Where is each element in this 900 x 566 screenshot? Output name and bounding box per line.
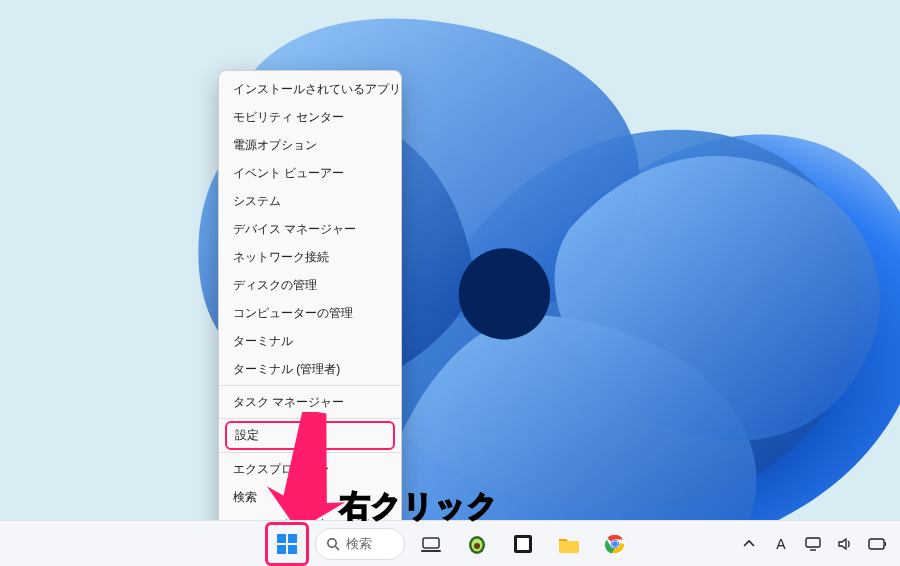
menu-label: 検索 [233, 490, 257, 504]
device-manager-item[interactable]: デバイス マネージャー [219, 215, 401, 243]
menu-label: インストールされているアプリ [233, 82, 401, 96]
chevron-up-icon [743, 538, 755, 550]
menu-label: コンピューターの管理 [233, 306, 353, 320]
network-icon[interactable] [804, 537, 822, 551]
svg-line-8 [336, 546, 340, 550]
event-viewer-item[interactable]: イベント ビューアー [219, 159, 401, 187]
search-placeholder: 検索 [346, 535, 372, 553]
svg-rect-3 [277, 534, 286, 543]
svg-point-19 [612, 541, 618, 547]
menu-label: ディスクの管理 [233, 278, 317, 292]
svg-point-13 [474, 543, 480, 549]
svg-rect-10 [421, 550, 441, 552]
pinned-app-dark[interactable] [503, 524, 543, 564]
svg-point-7 [328, 538, 336, 546]
menu-label: ターミナル [233, 334, 293, 348]
app-dark-icon [512, 533, 534, 555]
taskbar-center: 検索 [265, 522, 635, 566]
system-tray: A [740, 536, 886, 552]
windows-logo-icon [276, 533, 298, 555]
terminal-admin-item[interactable]: ターミナル (管理者) [219, 355, 401, 383]
svg-rect-4 [288, 534, 297, 543]
ime-indicator[interactable]: A [772, 536, 790, 552]
start-button[interactable] [269, 526, 305, 562]
svg-rect-9 [423, 538, 439, 548]
annotation-text: 右クリック [340, 486, 499, 527]
avocado-icon [465, 532, 489, 556]
taskbar-search[interactable]: 検索 [315, 528, 405, 560]
network-connections-item[interactable]: ネットワーク接続 [219, 243, 401, 271]
menu-label: システム [233, 194, 281, 208]
search-icon [326, 537, 340, 551]
folder-icon [557, 533, 581, 555]
menu-label: モビリティ センター [233, 110, 344, 124]
mobility-center-item[interactable]: モビリティ センター [219, 103, 401, 131]
menu-label: 設定 [235, 428, 259, 442]
system-item[interactable]: システム [219, 187, 401, 215]
taskview-button[interactable] [411, 524, 451, 564]
menu-label: イベント ビューアー [233, 166, 344, 180]
power-options-item[interactable]: 電源オプション [219, 131, 401, 159]
svg-rect-15 [517, 538, 529, 550]
tray-overflow-button[interactable] [740, 538, 758, 550]
chrome-button[interactable] [595, 524, 635, 564]
pinned-app-avocado[interactable] [457, 524, 497, 564]
menu-label: ネットワーク接続 [233, 250, 329, 264]
wallpaper-bloom [0, 0, 900, 566]
menu-label: デバイス マネージャー [233, 222, 356, 236]
menu-divider [219, 385, 401, 386]
menu-label: ターミナル (管理者) [233, 362, 340, 376]
taskview-icon [420, 533, 442, 555]
menu-label: タスク マネージャー [233, 395, 344, 409]
speaker-icon [837, 537, 853, 551]
computer-management-item[interactable]: コンピューターの管理 [219, 299, 401, 327]
battery-icon[interactable] [868, 538, 886, 550]
start-button-highlight [265, 522, 309, 566]
svg-rect-6 [288, 545, 297, 554]
file-explorer-button[interactable] [549, 524, 589, 564]
chrome-icon [604, 533, 626, 555]
volume-icon[interactable] [836, 537, 854, 551]
terminal-item[interactable]: ターミナル [219, 327, 401, 355]
disk-management-item[interactable]: ディスクの管理 [219, 271, 401, 299]
svg-rect-20 [806, 538, 820, 547]
svg-rect-22 [869, 539, 884, 549]
battery-outline-icon [868, 538, 886, 550]
svg-rect-23 [885, 542, 886, 546]
display-icon [805, 537, 821, 551]
installed-apps-item[interactable]: インストールされているアプリ [219, 75, 401, 103]
svg-point-1 [459, 248, 550, 339]
svg-rect-5 [277, 545, 286, 554]
menu-label: 電源オプション [233, 138, 317, 152]
